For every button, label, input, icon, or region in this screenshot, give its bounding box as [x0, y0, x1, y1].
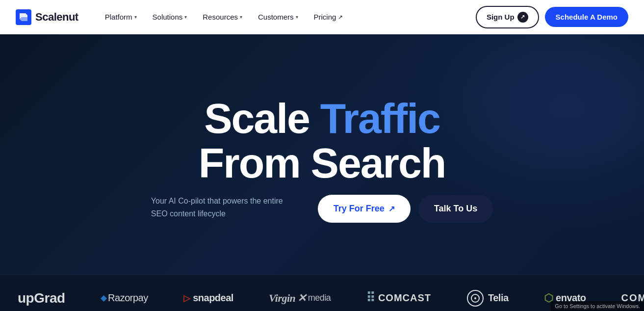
logo-comcast: ⠿COMCAST	[348, 290, 449, 306]
try-arrow-icon: ↗	[388, 204, 395, 213]
comcast-icon: ⠿	[366, 290, 375, 306]
customers-chevron-icon: ▾	[296, 14, 298, 20]
razorpay-icon: ◆	[101, 293, 106, 303]
solutions-chevron-icon: ▾	[184, 14, 187, 20]
logo-snapdeal: ▷snapdeal	[166, 292, 251, 304]
hero-section: Scale Traffic From Search Your AI Co-pil…	[0, 34, 644, 275]
try-for-free-button[interactable]: Try For Free ↗	[318, 195, 411, 223]
logos-strip: upGrad ◆Razorpay ▷snapdeal Virgin ✕ medi…	[0, 275, 644, 311]
snapdeal-icon: ▷	[183, 293, 190, 304]
resources-chevron-icon: ▾	[240, 14, 242, 20]
hero-subtitle: Your AI Co-pilot that powers the entire …	[151, 195, 288, 221]
logo-link[interactable]: Scalenut	[16, 9, 78, 25]
signin-button[interactable]: Sign Up ↗	[476, 6, 539, 28]
nav-customers[interactable]: Customers ▾	[251, 9, 305, 25]
pricing-external-icon: ↗	[338, 14, 343, 21]
logo-virgin-media: Virgin ✕ media	[251, 292, 349, 305]
nav-actions: Sign Up ↗ Schedule A Demo	[476, 6, 628, 28]
windows-activation-notice: Go to Settings to activate Windows.	[551, 301, 644, 311]
nav-resources[interactable]: Resources ▾	[196, 9, 249, 25]
logo-upgrad: upGrad	[0, 290, 83, 306]
hero-title-blue: Traffic	[320, 95, 440, 142]
demo-button[interactable]: Schedule A Demo	[545, 7, 628, 27]
hero-title-white: Scale	[204, 95, 320, 142]
logo-icon	[16, 9, 31, 25]
telia-circle-icon	[466, 289, 484, 307]
navbar: Scalenut Platform ▾ Solutions ▾ Resource…	[0, 0, 644, 34]
talk-to-us-button[interactable]: Talk To Us	[418, 195, 493, 223]
platform-chevron-icon: ▾	[134, 14, 137, 20]
signin-arrow-icon: ↗	[517, 12, 528, 23]
hero-buttons: Try For Free ↗ Talk To Us	[318, 195, 493, 223]
virgin-text-icon: Virgin	[269, 292, 295, 305]
hero-title-line2: From Search	[199, 139, 446, 186]
svg-point-3	[474, 297, 476, 299]
logo-text: Scalenut	[35, 11, 78, 24]
logo-telia: Telia	[449, 289, 526, 307]
nav-links: Platform ▾ Solutions ▾ Resources ▾ Custo…	[98, 9, 476, 25]
nav-platform[interactable]: Platform ▾	[98, 9, 144, 25]
nav-pricing[interactable]: Pricing ↗	[307, 9, 350, 25]
logo-razorpay: ◆Razorpay	[83, 292, 166, 304]
media-text: media	[308, 293, 331, 303]
nav-solutions[interactable]: Solutions ▾	[146, 9, 194, 25]
hero-title: Scale Traffic From Search	[151, 96, 493, 185]
hero-content: Scale Traffic From Search Your AI Co-pil…	[151, 96, 493, 223]
virgin-x-icon: ✕	[297, 292, 306, 305]
hero-body-row: Your AI Co-pilot that powers the entire …	[151, 195, 493, 223]
